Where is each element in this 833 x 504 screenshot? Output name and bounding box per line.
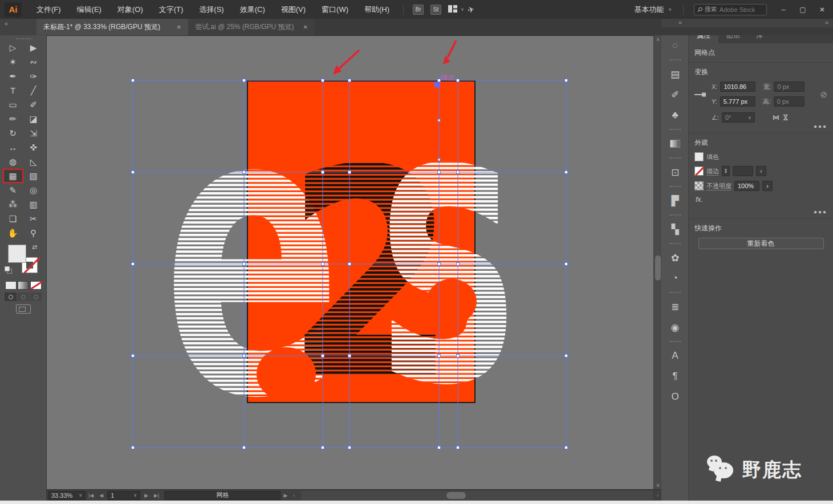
flip-horizontal-icon[interactable]: ⋈ xyxy=(773,113,779,121)
toolbar-grip-handle[interactable] xyxy=(16,38,31,39)
mesh-anchor-point[interactable] xyxy=(457,171,460,174)
next-artboard-button[interactable]: ▶ xyxy=(141,493,151,498)
scale-tool[interactable]: ⇲ xyxy=(23,126,44,140)
height-value-field[interactable]: 0 px xyxy=(774,96,804,107)
mesh-anchor-point[interactable] xyxy=(322,171,324,174)
selection-tool[interactable]: ▷ xyxy=(3,40,23,55)
reference-point-widget[interactable] xyxy=(694,91,707,111)
menu-item[interactable]: 文字(T) xyxy=(151,0,192,19)
opacity-swatch-icon[interactable] xyxy=(694,181,704,190)
fx-effects-button[interactable]: fx. xyxy=(696,196,827,204)
mesh-anchor-point[interactable] xyxy=(132,79,135,82)
hscroll-right-icon[interactable]: › xyxy=(654,493,661,498)
symbol-sprayer-tool[interactable]: ⁂ xyxy=(3,197,23,212)
mesh-anchor-point[interactable] xyxy=(348,171,351,174)
arrange-documents-chevron-icon[interactable]: ∨ xyxy=(461,7,464,12)
none-mode-button[interactable] xyxy=(30,281,42,290)
mesh-anchor-point[interactable] xyxy=(348,79,351,82)
y-value-field[interactable]: 5.777 px xyxy=(720,96,755,107)
shaper-tool[interactable]: ✏ xyxy=(3,112,23,126)
menu-item[interactable]: 效果(C) xyxy=(232,0,273,19)
stock-search-input[interactable]: ⚲ 搜索 Adobe Stock xyxy=(694,4,767,15)
align-panel-icon[interactable]: ▛ xyxy=(661,190,689,211)
canvas-area[interactable]: e 2 s 锚点 xyxy=(47,35,653,489)
stroke-swatch[interactable] xyxy=(694,166,704,176)
menu-item[interactable]: 文件(F) xyxy=(29,0,69,19)
type-tool[interactable]: T xyxy=(3,83,23,97)
direct-selection-tool[interactable]: ▶ xyxy=(23,40,44,55)
menu-item[interactable]: 选择(S) xyxy=(191,0,231,19)
lasso-tool[interactable]: ∾ xyxy=(23,55,44,69)
vertical-scroll-thumb[interactable] xyxy=(655,255,661,281)
brushes-panel-icon[interactable]: ✐ xyxy=(661,84,689,105)
stroke-label[interactable]: 描边 xyxy=(706,167,719,176)
scroll-up-icon[interactable]: ∧ xyxy=(654,35,662,43)
default-fill-stroke-icon[interactable] xyxy=(5,266,13,274)
mesh-anchor-point[interactable] xyxy=(565,446,568,449)
document-tab-inactive[interactable]: 尝试.ai @ 25% (RGB/GPU 预览) ✕ xyxy=(188,19,315,35)
slice-tool[interactable]: ✂ xyxy=(23,212,44,226)
artboard-name-field[interactable]: 网格 xyxy=(164,491,281,500)
mesh-anchor-point[interactable] xyxy=(243,263,246,266)
toolbar-collapse-header[interactable]: « xyxy=(0,19,36,35)
mesh-anchor-point[interactable] xyxy=(243,79,246,82)
opacity-label[interactable]: 不透明度 xyxy=(706,182,732,190)
eyedropper-tool[interactable]: ✎ xyxy=(3,183,23,197)
opentype-panel-icon[interactable]: O xyxy=(661,387,689,407)
rectangle-tool[interactable]: ▭ xyxy=(3,97,23,112)
column-graph-tool[interactable]: ▥ xyxy=(23,197,44,212)
minimize-button[interactable]: – xyxy=(775,3,792,16)
menu-item[interactable]: 对象(O) xyxy=(109,0,151,19)
mesh-anchor-point[interactable] xyxy=(438,158,440,161)
expand-dock-icon[interactable]: » xyxy=(825,19,828,26)
tab-close-icon[interactable]: ✕ xyxy=(303,24,308,30)
mesh-anchor-point[interactable] xyxy=(438,79,441,82)
rotate-tool[interactable]: ↻ xyxy=(3,126,23,140)
mesh-anchor-point[interactable] xyxy=(565,171,568,174)
eraser-tool[interactable]: ◪ xyxy=(23,112,44,126)
mesh-anchor-point[interactable] xyxy=(132,171,135,174)
mesh-anchor-point[interactable] xyxy=(243,171,246,174)
opacity-expand-button[interactable]: › xyxy=(762,181,773,191)
mesh-anchor-point[interactable] xyxy=(438,171,441,174)
menu-item[interactable]: 帮助(H) xyxy=(356,0,397,19)
mesh-anchor-point[interactable] xyxy=(457,263,460,266)
fill-color-swatch[interactable] xyxy=(8,245,26,263)
fill-swatch[interactable] xyxy=(694,152,704,161)
mesh-point-panel-icon[interactable]: ◌ xyxy=(661,35,689,56)
arrange-documents-icon[interactable] xyxy=(448,5,457,14)
last-artboard-button[interactable]: ▶| xyxy=(151,493,162,498)
pen-tool[interactable]: ✒ xyxy=(3,69,23,83)
curvature-tool[interactable]: ✑ xyxy=(23,69,44,83)
tab-close-icon[interactable]: ✕ xyxy=(177,24,181,30)
pathfinder-panel-icon[interactable]: ▚ xyxy=(661,219,689,239)
draw-inside-button[interactable] xyxy=(30,292,42,301)
menu-item[interactable]: 编辑(E) xyxy=(69,0,109,19)
draw-behind-button[interactable] xyxy=(17,292,29,301)
constrain-proportions-icon[interactable]: ⊘ xyxy=(820,90,827,111)
mesh-tool[interactable]: ▦ xyxy=(3,169,23,183)
blend-tool[interactable]: ◎ xyxy=(23,183,44,197)
mesh-anchor-point[interactable] xyxy=(438,263,441,266)
mesh-anchor-point[interactable] xyxy=(132,446,135,449)
mesh-anchor-point[interactable] xyxy=(322,355,324,357)
mesh-anchor-point[interactable] xyxy=(322,79,324,82)
scroll-down-icon[interactable]: ∨ xyxy=(654,481,662,489)
mesh-anchor-point[interactable] xyxy=(438,355,441,357)
stock-button[interactable]: St xyxy=(430,5,441,15)
mesh-anchor-point[interactable] xyxy=(457,79,460,82)
gradient-mode-button[interactable] xyxy=(18,281,29,290)
shape-builder-tool[interactable]: ◍ xyxy=(3,155,23,169)
transform-panel-icon[interactable]: ⊡ xyxy=(661,162,689,182)
mesh-anchor-point[interactable] xyxy=(438,119,440,121)
bridge-button[interactable]: Br xyxy=(413,5,424,15)
stroke-weight-stepper[interactable]: ▲▼ xyxy=(722,166,730,176)
mesh-anchor-point[interactable] xyxy=(132,263,135,266)
color-guide-panel-icon[interactable]: ◔ xyxy=(661,268,689,288)
swatches-panel-icon[interactable]: ▤ xyxy=(661,64,689,84)
mesh-anchor-point[interactable] xyxy=(243,446,246,449)
stroke-weight-field[interactable] xyxy=(733,166,753,176)
mesh-anchor-point[interactable] xyxy=(348,263,351,266)
flip-vertical-icon[interactable]: ⋈ xyxy=(782,114,790,121)
mesh-anchor-point[interactable] xyxy=(565,263,568,266)
